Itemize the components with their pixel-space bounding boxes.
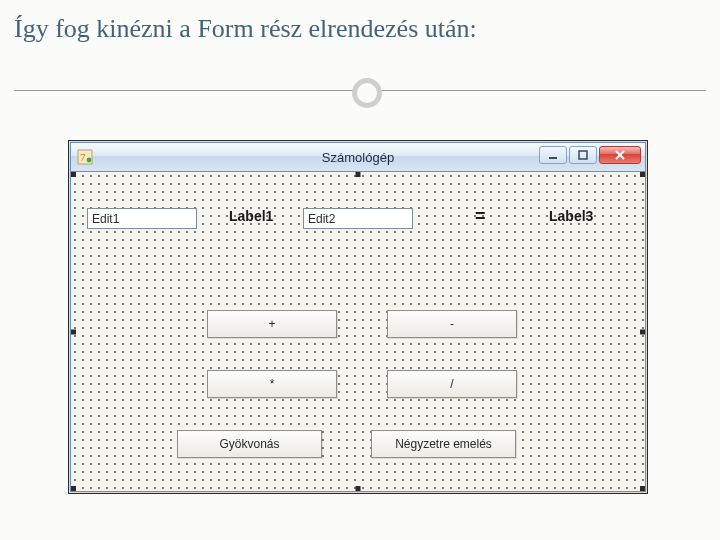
equals-label: =	[475, 206, 486, 227]
multiply-button[interactable]: *	[207, 370, 337, 398]
divide-button[interactable]: /	[387, 370, 517, 398]
sqrt-button[interactable]: Gyökvonás	[177, 430, 322, 458]
maximize-button[interactable]	[569, 146, 597, 164]
selection-handle[interactable]	[356, 172, 361, 177]
square-button[interactable]: Négyzetre emelés	[371, 430, 516, 458]
label1[interactable]: Label1	[229, 208, 273, 224]
selection-handle[interactable]	[640, 172, 645, 177]
svg-rect-4	[579, 151, 587, 159]
label3[interactable]: Label3	[549, 208, 593, 224]
edit1-input[interactable]	[87, 208, 197, 229]
minimize-button[interactable]	[539, 146, 567, 164]
titlebar[interactable]: 7 Számológép	[70, 142, 646, 172]
svg-rect-3	[549, 157, 557, 159]
selection-handle[interactable]	[640, 486, 645, 491]
form-canvas[interactable]: Label1 = Label3 + - * / Gyökvonás Négyze…	[70, 172, 646, 492]
selection-handle[interactable]	[71, 486, 76, 491]
edit2-input[interactable]	[303, 208, 413, 229]
designer-window: 7 Számológép	[68, 140, 648, 494]
close-icon	[613, 149, 627, 161]
minus-button[interactable]: -	[387, 310, 517, 338]
slide: Így fog kinézni a Form rész elrendezés u…	[0, 0, 720, 540]
selection-handle[interactable]	[640, 329, 645, 334]
minimize-icon	[547, 150, 559, 160]
selection-handle[interactable]	[71, 329, 76, 334]
selection-handle[interactable]	[71, 172, 76, 177]
plus-button[interactable]: +	[207, 310, 337, 338]
maximize-icon	[577, 150, 589, 160]
decorative-ring	[352, 78, 382, 108]
page-title: Így fog kinézni a Form rész elrendezés u…	[14, 14, 477, 44]
close-button[interactable]	[599, 146, 641, 164]
selection-handle[interactable]	[356, 486, 361, 491]
